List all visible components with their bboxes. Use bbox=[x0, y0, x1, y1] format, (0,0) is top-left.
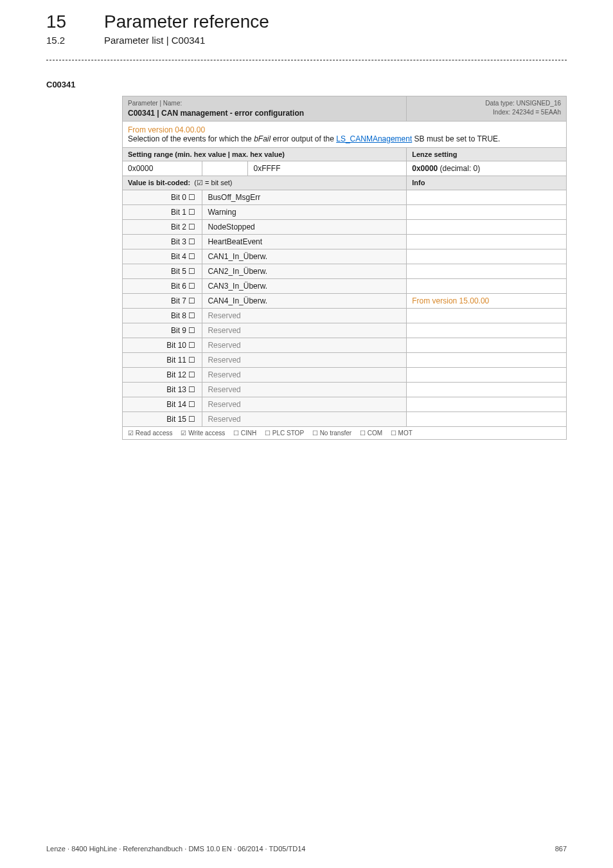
access-notransfer: ☐ No transfer bbox=[312, 429, 351, 437]
min-hex: 0x0000 bbox=[123, 161, 202, 176]
param-name-label: Parameter | Name: bbox=[128, 100, 182, 107]
bit-row: Bit 14 ☐Reserved bbox=[123, 397, 567, 411]
bitcoded-suffix: (☑ = bit set) bbox=[194, 179, 232, 186]
bit-index: Bit 13 ☐ bbox=[123, 382, 202, 397]
bit-name: Reserved bbox=[202, 338, 407, 352]
bit-index: Bit 14 ☐ bbox=[123, 397, 202, 411]
bit-info bbox=[407, 367, 567, 382]
section-title: Parameter list | C00341 bbox=[104, 35, 205, 46]
footer-page-number: 867 bbox=[555, 845, 567, 853]
bit-row: Bit 5 ☐CAN2_In_Überw. bbox=[123, 264, 567, 278]
bit-name: CAN2_In_Überw. bbox=[202, 264, 407, 278]
bit-name: HeartBeatEvent bbox=[202, 234, 407, 249]
bit-index: Bit 0 ☐ bbox=[123, 190, 202, 204]
bit-name: BusOff_MsgErr bbox=[202, 190, 407, 204]
bit-index: Bit 2 ☐ bbox=[123, 219, 202, 234]
bit-row: Bit 8 ☐Reserved bbox=[123, 308, 567, 323]
bit-row: Bit 1 ☐Warning bbox=[123, 204, 567, 219]
lenze-setting-value: 0x0000 bbox=[412, 164, 438, 173]
bit-name: Reserved bbox=[202, 323, 407, 338]
note-desc-ital: bFail bbox=[254, 134, 271, 143]
access-row: ☑ Read access ☑ Write access ☐ CINH ☐ PL… bbox=[123, 426, 567, 439]
bit-row: Bit 11 ☐Reserved bbox=[123, 352, 567, 367]
bit-name: Reserved bbox=[202, 308, 407, 323]
bit-info bbox=[407, 397, 567, 411]
bit-name: Reserved bbox=[202, 411, 407, 426]
parameter-table: Parameter | Name: C00341 | CAN managemen… bbox=[122, 96, 567, 440]
bit-name: CAN4_In_Überw. bbox=[202, 293, 407, 308]
note-row: From version 04.00.00 Selection of the e… bbox=[123, 121, 567, 147]
bit-info bbox=[407, 352, 567, 367]
bit-index: Bit 10 ☐ bbox=[123, 338, 202, 352]
bit-info bbox=[407, 204, 567, 219]
setting-range-label: Setting range (min. hex value | max. hex… bbox=[123, 147, 407, 161]
value-row: 0x0000 0xFFFF 0x0000 (decimal: 0) bbox=[123, 161, 567, 176]
bit-name: Reserved bbox=[202, 382, 407, 397]
access-write: ☑ Write access bbox=[181, 429, 225, 437]
bit-index: Bit 15 ☐ bbox=[123, 411, 202, 426]
bit-row: Bit 4 ☐CAN1_In_Überw. bbox=[123, 249, 567, 264]
bitcoded-header-row: Value is bit-coded: (☑ = bit set) Info bbox=[123, 176, 567, 190]
bit-index: Bit 12 ☐ bbox=[123, 367, 202, 382]
divider bbox=[46, 60, 567, 60]
bit-row: Bit 15 ☐Reserved bbox=[123, 411, 567, 426]
bit-info bbox=[407, 278, 567, 293]
bit-row: Bit 13 ☐Reserved bbox=[123, 382, 567, 397]
max-hex: 0xFFFF bbox=[248, 161, 407, 176]
bit-row: Bit 6 ☐CAN3_In_Überw. bbox=[123, 278, 567, 293]
bit-info bbox=[407, 338, 567, 352]
info-label: Info bbox=[407, 176, 567, 190]
note-desc-pre: Selection of the events for which the bbox=[128, 134, 254, 143]
note-desc-mid: error output of the bbox=[271, 134, 336, 143]
bit-info bbox=[407, 411, 567, 426]
chapter-number: 15 bbox=[46, 12, 104, 32]
footer-left: Lenze · 8400 HighLine · Referenzhandbuch… bbox=[46, 845, 305, 853]
param-datatype: Data type: UNSIGNED_16 bbox=[485, 100, 561, 107]
bit-name: Reserved bbox=[202, 367, 407, 382]
bit-row: Bit 10 ☐Reserved bbox=[123, 338, 567, 352]
access-read: ☑ Read access bbox=[128, 429, 173, 437]
bit-name: NodeStopped bbox=[202, 219, 407, 234]
bit-row: Bit 9 ☐Reserved bbox=[123, 323, 567, 338]
note-desc-post: SB must be set to TRUE. bbox=[412, 134, 500, 143]
bit-index: Bit 6 ☐ bbox=[123, 278, 202, 293]
bit-row: Bit 7 ☐CAN4_In_Überw.From version 15.00.… bbox=[123, 293, 567, 308]
bit-info: From version 15.00.00 bbox=[407, 293, 567, 308]
note-link[interactable]: LS_CANMAnagement bbox=[336, 134, 412, 143]
bit-info bbox=[407, 382, 567, 397]
bit-info bbox=[407, 308, 567, 323]
bit-index: Bit 9 ☐ bbox=[123, 323, 202, 338]
bit-row: Bit 12 ☐Reserved bbox=[123, 367, 567, 382]
lenze-setting-suffix: (decimal: 0) bbox=[438, 164, 480, 173]
param-index: Index: 24234d = 5EAAh bbox=[493, 109, 561, 116]
bit-index: Bit 5 ☐ bbox=[123, 264, 202, 278]
access-plc: ☐ PLC STOP bbox=[265, 429, 304, 437]
bit-name: Warning bbox=[202, 204, 407, 219]
bitcoded-label: Value is bit-coded: bbox=[128, 179, 190, 186]
param-code-heading: C00341 bbox=[46, 80, 613, 89]
bit-name: CAN3_In_Überw. bbox=[202, 278, 407, 293]
section-number: 15.2 bbox=[46, 35, 104, 46]
bit-name: Reserved bbox=[202, 397, 407, 411]
bit-row: Bit 2 ☐NodeStopped bbox=[123, 219, 567, 234]
bit-name: Reserved bbox=[202, 352, 407, 367]
bit-index: Bit 8 ☐ bbox=[123, 308, 202, 323]
lenze-setting-label: Lenze setting bbox=[407, 147, 567, 161]
param-name-value: C00341 | CAN management - error configur… bbox=[128, 109, 304, 118]
bit-info bbox=[407, 219, 567, 234]
setting-range-row: Setting range (min. hex value | max. hex… bbox=[123, 147, 567, 161]
page-footer: Lenze · 8400 HighLine · Referenzhandbuch… bbox=[46, 845, 567, 853]
bit-info bbox=[407, 323, 567, 338]
access-com: ☐ COM bbox=[360, 429, 382, 437]
chapter-title: Parameter reference bbox=[104, 12, 269, 32]
bit-index: Bit 7 ☐ bbox=[123, 293, 202, 308]
bit-info bbox=[407, 264, 567, 278]
bit-index: Bit 3 ☐ bbox=[123, 234, 202, 249]
note-version: From version 04.00.00 bbox=[128, 125, 205, 134]
bit-index: Bit 4 ☐ bbox=[123, 249, 202, 264]
bit-row: Bit 0 ☐BusOff_MsgErr bbox=[123, 190, 567, 204]
bit-index: Bit 1 ☐ bbox=[123, 204, 202, 219]
access-cinh: ☐ CINH bbox=[233, 429, 256, 437]
bit-info bbox=[407, 234, 567, 249]
access-mot: ☐ MOT bbox=[391, 429, 413, 437]
